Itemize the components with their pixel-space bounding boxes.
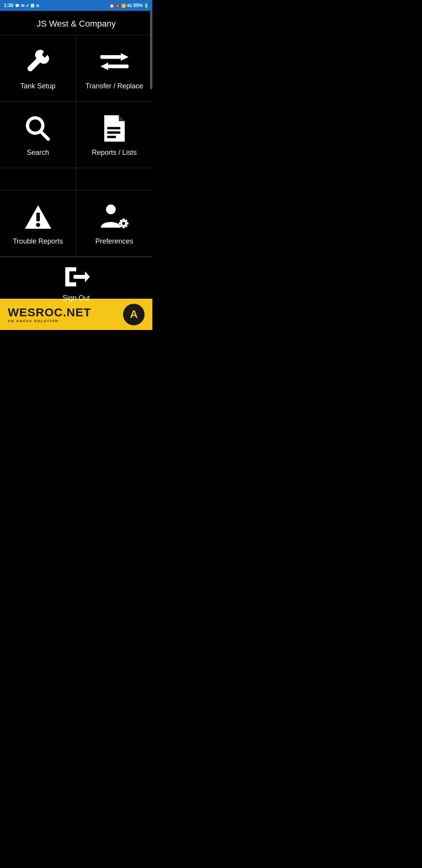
svg-line-6 (41, 131, 48, 139)
alarm-icon: ⏰ (109, 4, 114, 8)
svg-rect-8 (107, 131, 120, 134)
menu-item-empty-right (76, 168, 152, 190)
main-content: JS West & Company Tank Setup (0, 11, 152, 299)
svg-point-0 (29, 67, 31, 70)
status-right: ⏰ 🔇 📶 4G 55% 🔋 (109, 3, 148, 8)
tank-setup-label: Tank Setup (20, 82, 55, 90)
time-display: 1:30 (4, 3, 13, 8)
sign-out-label: Sign Out (63, 294, 90, 302)
svg-rect-3 (108, 64, 129, 68)
mute-icon: 🔇 (115, 4, 120, 8)
battery-display: 55% (133, 3, 143, 8)
svg-rect-9 (107, 136, 116, 138)
svg-rect-11 (36, 213, 40, 222)
preferences-label: Preferences (95, 237, 133, 246)
scrollbar-indicator (150, 11, 152, 89)
svg-marker-4 (100, 63, 108, 70)
svg-rect-17 (122, 226, 125, 228)
svg-marker-2 (121, 53, 129, 61)
image-icon: 🖼 (30, 4, 34, 8)
reports-lists-label: Reports / Lists (92, 149, 137, 157)
message-icon: 💬 (15, 4, 20, 8)
tank-setup-icon (22, 46, 54, 77)
status-bar: 1:30 💬 ✉ ✔ 🖼 ⊖ ⏰ 🔇 📶 4G 55% 🔋 (0, 0, 152, 11)
menu-item-search[interactable]: Search (0, 102, 76, 168)
brand-sub: AN ANOVA SOLUTION (8, 319, 91, 323)
svg-point-12 (36, 223, 40, 227)
footer-brand: WESROC.NET AN ANOVA SOLUTION (8, 306, 91, 323)
status-left: 1:30 💬 ✉ ✔ 🖼 ⊖ (4, 3, 39, 8)
svg-point-13 (106, 204, 116, 214)
battery-icon: 🔋 (144, 4, 148, 8)
brand-name: WESROC.NET (8, 306, 91, 319)
network-icon: 4G (127, 4, 132, 8)
menu-item-empty-left (0, 168, 76, 190)
menu-grid: Tank Setup Transfer / Replace (0, 35, 152, 257)
sign-out-section[interactable]: Sign Out (0, 257, 152, 310)
transfer-icon (99, 46, 130, 77)
svg-marker-25 (85, 271, 90, 282)
email-icon: ✉ (21, 4, 24, 8)
svg-rect-16 (122, 219, 125, 221)
menu-item-tank-setup[interactable]: Tank Setup (0, 35, 76, 102)
menu-item-preferences[interactable]: Preferences (76, 190, 152, 257)
svg-rect-19 (126, 222, 128, 224)
menu-item-transfer-replace[interactable]: Transfer / Replace (76, 35, 152, 102)
menu-item-trouble-reports[interactable]: Trouble Reports (0, 190, 76, 257)
trouble-reports-icon (22, 201, 54, 233)
search-icon (22, 113, 54, 144)
transfer-replace-label: Transfer / Replace (86, 82, 143, 90)
reports-icon (99, 113, 130, 144)
svg-rect-7 (107, 127, 120, 129)
wifi-icon: 📶 (121, 4, 126, 8)
search-label: Search (27, 149, 49, 157)
minus-icon: ⊖ (36, 4, 39, 8)
anova-logo: A (123, 304, 145, 325)
check-icon: ✔ (26, 4, 29, 8)
trouble-reports-label: Trouble Reports (13, 237, 63, 246)
svg-rect-1 (100, 55, 121, 59)
company-title: JS West & Company (0, 11, 152, 35)
preferences-icon (99, 201, 130, 233)
svg-point-15 (122, 222, 125, 225)
menu-item-reports-lists[interactable]: Reports / Lists (76, 102, 152, 168)
svg-rect-24 (73, 275, 86, 279)
svg-rect-18 (118, 222, 120, 224)
sign-out-icon (63, 265, 90, 290)
